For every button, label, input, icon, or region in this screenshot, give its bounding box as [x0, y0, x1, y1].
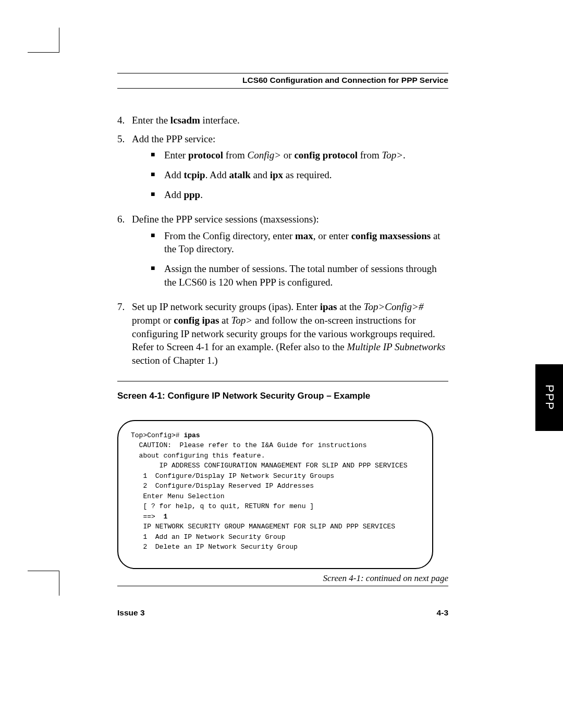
body-text: 4. Enter the lcsadm interface. 5. Add th… — [117, 114, 448, 367]
step-6: 6. Define the PPP service sessions (maxs… — [117, 213, 448, 295]
step-5-bullet-3: ■Add ppp. — [151, 188, 448, 202]
crop-mark-bottom — [28, 571, 59, 596]
continued-note: Screen 4-1: continued on next page — [117, 573, 448, 584]
step-5-bullet-1: ■Enter protocol from Config> or config p… — [151, 149, 448, 162]
page-content: LCS60 Configuration and Connection for P… — [117, 73, 448, 618]
page-footer: Issue 3 4-3 — [117, 586, 448, 618]
step-6-bullet-1: ■From the Config directory, enter max, o… — [151, 229, 448, 256]
terminal-box: Top>Config># ipas CAUTION: Please refer … — [117, 420, 433, 569]
issue-number: Issue 3 — [117, 608, 145, 618]
step-5: 5. Add the PPP service: ■Enter protocol … — [117, 132, 448, 208]
side-tab: PPP — [535, 364, 563, 431]
step-7: 7. Set up IP network security groups (ip… — [117, 300, 448, 367]
step-6-bullet-2: ■Assign the number of sessions. The tota… — [151, 262, 448, 289]
running-header: LCS60 Configuration and Connection for P… — [117, 76, 448, 88]
page-number: 4-3 — [437, 608, 448, 618]
crop-mark-top — [28, 28, 59, 53]
screen-caption: Screen 4-1: Configure IP Network Securit… — [117, 391, 448, 401]
step-5-bullet-2: ■Add tcpip. Add atalk and ipx as require… — [151, 168, 448, 182]
step-4: 4. Enter the lcsadm interface. — [117, 114, 448, 127]
side-tab-label: PPP — [543, 385, 556, 411]
